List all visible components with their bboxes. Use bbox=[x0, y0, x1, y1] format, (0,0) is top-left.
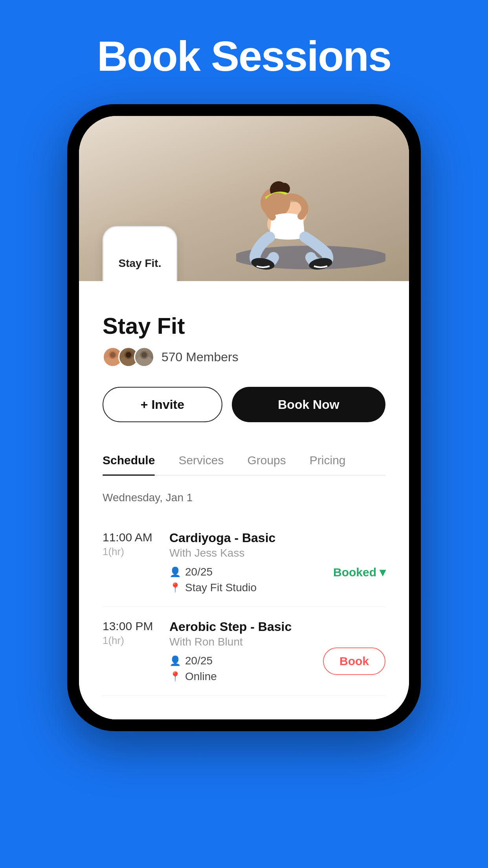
book-session-button[interactable]: Book bbox=[323, 647, 385, 675]
members-count: 570 Members bbox=[161, 350, 238, 364]
session-meta-1: 👤 20/25 📍 Stay Fit Studio bbox=[169, 566, 321, 594]
tabs-bar: Schedule Services Groups Pricing bbox=[103, 446, 385, 476]
logo-card: Stay Fit. bbox=[103, 226, 177, 281]
members-row: 570 Members bbox=[103, 347, 385, 367]
business-name: Stay Fit bbox=[103, 313, 385, 339]
avatar-3 bbox=[134, 347, 154, 367]
session-action-1: Booked ▾ bbox=[333, 531, 385, 594]
svg-point-12 bbox=[126, 352, 131, 358]
person-icon-1: 👤 bbox=[169, 566, 181, 577]
action-buttons: + Invite Book Now bbox=[103, 387, 385, 422]
logo-text: Stay Fit. bbox=[119, 257, 161, 270]
hero-illustration bbox=[236, 132, 385, 273]
book-now-button[interactable]: Book Now bbox=[232, 387, 385, 422]
session-meta-2: 👤 20/25 📍 Online bbox=[169, 655, 311, 683]
location-icon-2: 📍 bbox=[169, 671, 181, 682]
person-icon-2: 👤 bbox=[169, 655, 181, 666]
svg-point-15 bbox=[141, 352, 147, 358]
chevron-down-icon: ▾ bbox=[380, 565, 385, 579]
session-time-main-1: 11:00 AM bbox=[103, 531, 158, 544]
hero-image: Stay Fit. bbox=[79, 116, 409, 281]
session-name-1: Cardiyoga - Basic bbox=[169, 531, 321, 545]
content-area: Stay Fit bbox=[79, 281, 409, 719]
session-capacity-1: 👤 20/25 bbox=[169, 566, 321, 578]
schedule-date: Wednesday, Jan 1 bbox=[103, 491, 385, 504]
session-location-2: 📍 Online bbox=[169, 670, 311, 683]
session-instructor-1: With Jess Kass bbox=[169, 547, 321, 559]
avatar-group bbox=[103, 347, 154, 367]
session-time-1: 11:00 AM 1(hr) bbox=[103, 531, 158, 594]
svg-point-9 bbox=[110, 352, 116, 358]
session-name-2: Aerobic Step - Basic bbox=[169, 620, 311, 634]
session-duration-2: 1(hr) bbox=[103, 634, 158, 647]
tab-groups[interactable]: Groups bbox=[247, 446, 286, 475]
session-instructor-2: With Ron Blunt bbox=[169, 636, 311, 648]
invite-button[interactable]: + Invite bbox=[103, 387, 222, 422]
session-action-2: Book bbox=[323, 620, 385, 683]
session-time-main-2: 13:00 PM bbox=[103, 620, 158, 633]
session-item-1: 11:00 AM 1(hr) Cardiyoga - Basic With Je… bbox=[103, 518, 385, 607]
session-time-2: 13:00 PM 1(hr) bbox=[103, 620, 158, 683]
session-details-1: Cardiyoga - Basic With Jess Kass 👤 20/25… bbox=[169, 531, 321, 594]
phone-inner: Stay Fit. Stay Fit bbox=[79, 116, 409, 719]
session-duration-1: 1(hr) bbox=[103, 546, 158, 558]
session-details-2: Aerobic Step - Basic With Ron Blunt 👤 20… bbox=[169, 620, 311, 683]
location-icon-1: 📍 bbox=[169, 582, 181, 593]
page-title: Book Sessions bbox=[97, 31, 391, 81]
session-capacity-2: 👤 20/25 bbox=[169, 655, 311, 667]
session-location-1: 📍 Stay Fit Studio bbox=[169, 581, 321, 594]
tab-schedule[interactable]: Schedule bbox=[103, 446, 155, 475]
phone-frame: Stay Fit. Stay Fit bbox=[67, 104, 421, 731]
tab-services[interactable]: Services bbox=[178, 446, 224, 475]
tab-pricing[interactable]: Pricing bbox=[310, 446, 346, 475]
booked-badge: Booked ▾ bbox=[333, 565, 385, 579]
session-item-2: 13:00 PM 1(hr) Aerobic Step - Basic With… bbox=[103, 607, 385, 696]
